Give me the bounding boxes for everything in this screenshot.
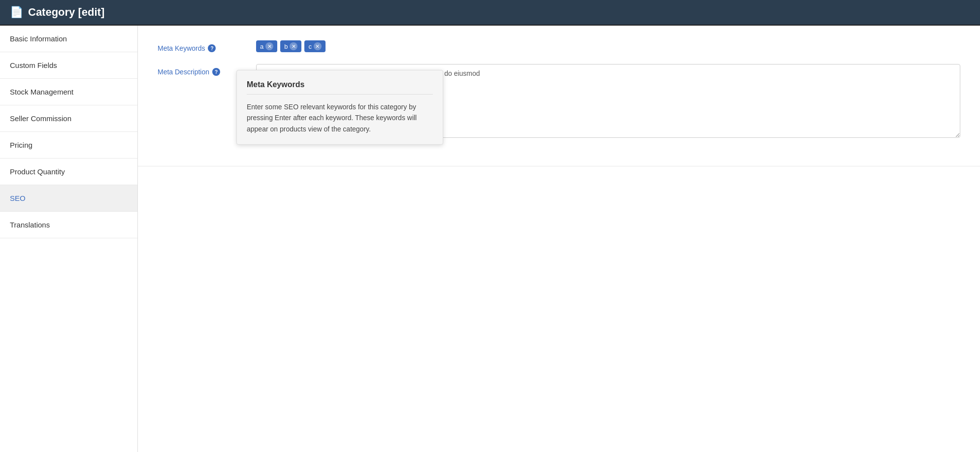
meta-keywords-row: Meta Keywords ? a ✕ b ✕ c xyxy=(158,40,960,52)
sidebar-item-basic-information[interactable]: Basic Information xyxy=(0,26,137,52)
meta-keywords-tooltip: Meta Keywords Enter some SEO relevant ke… xyxy=(236,70,443,145)
meta-keywords-label: Meta Keywords ? xyxy=(158,40,256,52)
sidebar-item-seo[interactable]: SEO xyxy=(0,185,137,212)
page-title: Category [edit] xyxy=(28,6,104,19)
main-content: Meta Keywords ? a ✕ b ✕ c xyxy=(138,26,980,452)
tag-b-remove-button[interactable]: ✕ xyxy=(290,42,297,50)
meta-keywords-help-icon[interactable]: ? xyxy=(208,44,216,52)
seo-form-section: Meta Keywords ? a ✕ b ✕ c xyxy=(138,26,980,166)
sidebar-item-seller-commission[interactable]: Seller Commission xyxy=(0,105,137,132)
sidebar-item-product-quantity[interactable]: Product Quantity xyxy=(0,159,137,185)
layout: Basic Information Custom Fields Stock Ma… xyxy=(0,26,980,452)
tag-a: a ✕ xyxy=(256,40,277,52)
tooltip-body: Enter some SEO relevant keywords for thi… xyxy=(247,101,433,134)
tooltip-title: Meta Keywords xyxy=(247,80,433,95)
sidebar-item-stock-management[interactable]: Stock Management xyxy=(0,79,137,105)
meta-description-help-icon[interactable]: ? xyxy=(212,68,220,76)
meta-keywords-field: a ✕ b ✕ c ✕ xyxy=(256,40,960,52)
tag-c: c ✕ xyxy=(304,40,326,52)
page-header: 📄 Category [edit] xyxy=(0,0,980,26)
sidebar-item-custom-fields[interactable]: Custom Fields xyxy=(0,52,137,79)
tags-container: a ✕ b ✕ c ✕ xyxy=(256,40,960,52)
tag-c-remove-button[interactable]: ✕ xyxy=(314,42,322,50)
tag-b: b ✕ xyxy=(280,40,301,52)
sidebar: Basic Information Custom Fields Stock Ma… xyxy=(0,26,138,452)
page-icon: 📄 xyxy=(10,6,23,19)
sidebar-item-pricing[interactable]: Pricing xyxy=(0,132,137,159)
tag-a-remove-button[interactable]: ✕ xyxy=(265,42,273,50)
sidebar-item-translations[interactable]: Translations xyxy=(0,212,137,238)
